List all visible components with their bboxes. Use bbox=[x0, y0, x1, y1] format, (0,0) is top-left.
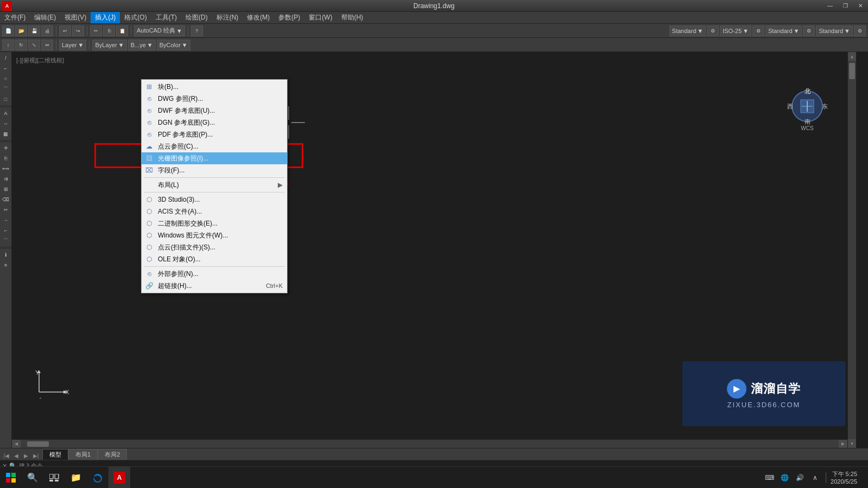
close-button[interactable]: ✕ bbox=[853, 0, 868, 11]
start-button[interactable] bbox=[0, 467, 22, 489]
menu-file[interactable]: 文件(F) bbox=[0, 12, 30, 23]
tab-model[interactable]: 模型 bbox=[42, 449, 68, 460]
tab-nav-last[interactable]: ▶| bbox=[31, 451, 40, 460]
left-tb-extend[interactable]: → bbox=[1, 215, 11, 225]
left-tb-polyline[interactable]: ⌐ bbox=[1, 63, 11, 73]
ctx-layout[interactable]: 布局(L) ▶ bbox=[142, 179, 287, 191]
scroll-down-btn[interactable]: ▼ bbox=[848, 439, 856, 448]
drawing-area[interactable]: [-][俯视][二维线框] 北 南 东 西 bbox=[12, 52, 856, 448]
left-tb-rect[interactable]: □ bbox=[1, 94, 11, 104]
scroll-hthumb[interactable] bbox=[27, 441, 49, 447]
tb-move[interactable]: ↕ bbox=[2, 40, 14, 50]
tray-datetime[interactable]: 下午 5:25 2020/5/25 bbox=[831, 470, 857, 485]
menu-edit[interactable]: 编辑(E) bbox=[30, 12, 60, 23]
ctx-ole[interactable]: ⬡ OLE 对象(O)... bbox=[142, 253, 287, 265]
tb-style2-dropdown[interactable]: Standard▼ bbox=[765, 25, 802, 36]
window-controls[interactable]: — ❐ ✕ bbox=[822, 0, 868, 11]
scroll-right-btn[interactable]: ▶ bbox=[839, 440, 847, 448]
left-tb-line[interactable]: / bbox=[1, 53, 11, 63]
tb-new[interactable]: 📄 bbox=[2, 25, 14, 36]
left-tb-array[interactable]: ⊞ bbox=[1, 184, 11, 194]
tb-print[interactable]: 🖨 bbox=[41, 25, 53, 36]
menu-draw[interactable]: 绘图(D) bbox=[181, 12, 212, 23]
ctx-pointcloud2[interactable]: ⬡ 点云(扫描文件)(S)... bbox=[142, 241, 287, 253]
task-view[interactable] bbox=[43, 467, 65, 489]
ctx-hyperlink[interactable]: 🔗 超链接(H)... Ctrl+K bbox=[142, 280, 287, 292]
menu-window[interactable]: 窗口(W) bbox=[304, 12, 336, 23]
bottom-scrollbar[interactable]: ◀ ▶ bbox=[12, 439, 847, 448]
tb-style3-btn[interactable]: ⚙ bbox=[854, 25, 866, 36]
tb-style-dropdown[interactable]: Standard▼ bbox=[669, 25, 706, 36]
menu-annotate[interactable]: 标注(N) bbox=[212, 12, 243, 23]
tb-style-btn[interactable]: ⚙ bbox=[707, 25, 719, 36]
tb-bylayer-dropdown[interactable]: ByLayer▼ bbox=[92, 40, 126, 50]
tray-expand[interactable]: ∧ bbox=[808, 471, 821, 484]
left-tb-layers[interactable]: ≡ bbox=[1, 260, 11, 270]
menu-modify[interactable]: 修改(M) bbox=[242, 12, 274, 23]
tb-save[interactable]: 💾 bbox=[28, 25, 40, 36]
tb-style3-dropdown[interactable]: Standard▼ bbox=[816, 25, 853, 36]
menu-tools[interactable]: 工具(T) bbox=[151, 12, 181, 23]
tb-scale-btn[interactable]: ⚙ bbox=[752, 25, 764, 36]
ctx-windows-meta[interactable]: ⬡ Windows 图元文件(W)... bbox=[142, 229, 287, 241]
left-tb-chamfer[interactable]: ⌐ bbox=[1, 226, 11, 235]
tb-rotate[interactable]: ↻ bbox=[15, 40, 27, 50]
tb-help[interactable]: ? bbox=[191, 25, 203, 36]
ctx-3dstudio[interactable]: ⬡ 3D Studio(3)... bbox=[142, 194, 287, 206]
tb-layer-dropdown[interactable]: Layer▼ bbox=[59, 40, 86, 50]
tb-stretch[interactable]: ⇔ bbox=[41, 40, 53, 50]
tb-undo[interactable]: ↩ bbox=[59, 25, 71, 36]
tb-paste[interactable]: 📋 bbox=[116, 25, 128, 36]
ctx-binary[interactable]: ⬡ 二进制图形交换(E)... bbox=[142, 217, 287, 229]
file-explorer-taskbar[interactable]: 📁 bbox=[65, 467, 87, 489]
tb-bycolor-dropdown[interactable]: B...ye▼ bbox=[128, 40, 156, 50]
tb-bycolor2-dropdown[interactable]: ByColor▼ bbox=[157, 40, 190, 50]
right-scrollbar[interactable]: ▲ ▼ bbox=[847, 52, 856, 448]
tb-workspace-dropdown[interactable]: AutoCAD 经典 ▼ bbox=[134, 25, 185, 36]
scroll-thumb[interactable] bbox=[849, 63, 855, 79]
ctx-xref[interactable]: ⎋ 外部参照(N)... bbox=[142, 268, 287, 280]
tb-style2-btn[interactable]: ⚙ bbox=[803, 25, 815, 36]
ctx-dwg-ref[interactable]: ⎋ DWG 参照(R)... bbox=[142, 93, 287, 105]
left-tb-props[interactable]: ℹ bbox=[1, 250, 11, 260]
ctx-block[interactable]: ⊞ 块(B)... bbox=[142, 81, 287, 93]
tb-scale2[interactable]: ⤡ bbox=[28, 40, 40, 50]
menu-format[interactable]: 格式(O) bbox=[120, 12, 151, 23]
left-tb-fillet[interactable]: ⌒ bbox=[1, 236, 11, 246]
left-tb-copy2[interactable]: ⎘ bbox=[1, 153, 11, 163]
left-tb-dim[interactable]: ↔ bbox=[1, 119, 11, 129]
left-tb-arc[interactable]: ⌒ bbox=[1, 84, 11, 94]
ctx-pdf-ref[interactable]: ⎋ PDF 参考底图(P)... bbox=[142, 129, 287, 140]
tab-nav-prev[interactable]: ◀ bbox=[12, 451, 21, 460]
edge-taskbar[interactable] bbox=[87, 467, 108, 489]
menu-insert[interactable]: 插入(J) bbox=[91, 12, 120, 23]
autocad-taskbar[interactable]: A bbox=[108, 467, 130, 489]
restore-button[interactable]: ❐ bbox=[838, 0, 853, 11]
left-tb-text[interactable]: A bbox=[1, 108, 11, 118]
ctx-field[interactable]: ⌧ 字段(F)... bbox=[142, 164, 287, 176]
ctx-acis[interactable]: ⬡ ACIS 文件(A)... bbox=[142, 206, 287, 217]
minimize-button[interactable]: — bbox=[822, 0, 838, 11]
tb-open[interactable]: 📂 bbox=[15, 25, 27, 36]
tab-layout2[interactable]: 布局2 bbox=[98, 449, 127, 460]
scroll-up-btn[interactable]: ▲ bbox=[848, 52, 856, 61]
tb-cut[interactable]: ✂ bbox=[90, 25, 102, 36]
search-taskbar[interactable]: 🔍 bbox=[22, 467, 43, 489]
tab-layout1[interactable]: 布局1 bbox=[68, 449, 98, 460]
ctx-pointcloud[interactable]: ☁ 点云参照(C)... bbox=[142, 140, 287, 152]
menu-help[interactable]: 帮助(H) bbox=[337, 12, 368, 23]
tab-nav-next[interactable]: ▶ bbox=[22, 451, 30, 460]
left-tb-move2[interactable]: ✛ bbox=[1, 143, 11, 153]
left-tb-offset[interactable]: ⇉ bbox=[1, 174, 11, 184]
left-tb-trim[interactable]: ✂ bbox=[1, 205, 11, 215]
left-tb-circle[interactable]: ○ bbox=[1, 74, 11, 84]
menu-params[interactable]: 参数(P) bbox=[274, 12, 304, 23]
tb-copy[interactable]: ⎘ bbox=[103, 25, 115, 36]
menu-view[interactable]: 视图(V) bbox=[60, 12, 91, 23]
tray-keyboard[interactable]: ⌨ bbox=[763, 471, 776, 484]
left-tb-erase[interactable]: ⌫ bbox=[1, 195, 11, 204]
left-tb-hatch[interactable]: ▦ bbox=[1, 129, 11, 139]
ctx-raster[interactable]: 🖼 光栅图像参照(I)... bbox=[142, 152, 287, 164]
tb-scale-dropdown[interactable]: ISO-25▼ bbox=[720, 25, 751, 36]
tray-network[interactable]: 🌐 bbox=[778, 471, 791, 484]
